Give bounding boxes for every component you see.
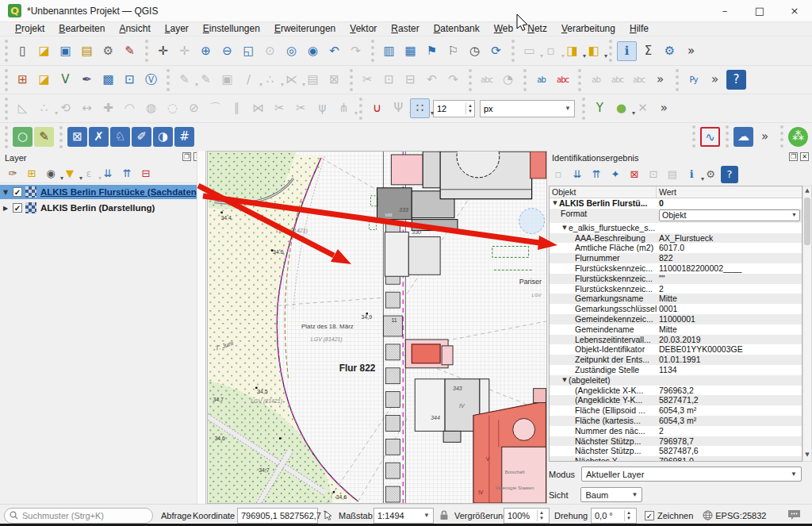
identify-row[interactable]: GemarkungsnameMitte — [550, 294, 802, 304]
avoid-overlap-icon[interactable]: ●▾ — [611, 98, 631, 118]
extents-toggle-icon[interactable] — [323, 510, 334, 521]
snapping-overflow-icon[interactable]: » — [654, 98, 674, 118]
ors-tools-icon[interactable]: ∿ — [700, 127, 720, 147]
add-mesh-layer-icon[interactable]: ▩ — [98, 70, 118, 90]
processing-toolbox-icon[interactable]: ⚙ — [660, 41, 680, 61]
scale-combobox[interactable]: 1:1494▼ — [373, 508, 434, 524]
crs-status[interactable]: EPSG:25832 — [703, 510, 766, 520]
style-manager-icon[interactable]: ✎ — [120, 41, 140, 61]
scrollbar-thumb[interactable] — [804, 198, 810, 245]
add-wms-layer-icon[interactable]: ⊡ — [120, 70, 140, 90]
show-bookmarks-icon[interactable]: ⚐ — [443, 41, 463, 61]
maximize-button[interactable]: □ — [742, 0, 777, 22]
identify-settings-icon[interactable]: ⚙ — [702, 166, 719, 183]
tolerance-mode-icon[interactable]: ∷▾ — [410, 98, 430, 118]
close-button[interactable]: × — [777, 0, 812, 22]
menu-vektor[interactable]: Vektor — [343, 22, 384, 36]
layer-expander-icon[interactable]: ▼ — [3, 189, 13, 196]
menu-projekt[interactable]: Projekt — [8, 22, 52, 36]
tree-expander-icon[interactable]: ▼ — [561, 223, 569, 233]
identify-row[interactable]: Amtliche Fläche (m2)6017.0 — [550, 243, 802, 253]
identify-row[interactable]: ▼ALKIS Berlin Flurstü...0 — [550, 198, 802, 209]
layout-manager-icon[interactable]: ⚙ — [98, 41, 118, 61]
identify-row[interactable]: Zuständige Stelle1134 — [550, 365, 802, 375]
plugin-layers-clear-icon[interactable]: ⊠ — [67, 127, 87, 147]
new-project-icon[interactable]: ▯ — [13, 41, 33, 61]
label-highlight-icon[interactable]: abc — [553, 70, 573, 90]
identify-row[interactable]: Flurstückskennzeic...2 — [550, 284, 802, 294]
layer-expander-icon[interactable]: ▶ — [3, 205, 13, 212]
identify-row[interactable]: Objekt-IdentifikatorDEBE01YYK00003GE — [550, 344, 802, 355]
plugin-overflow-icon[interactable]: » — [705, 70, 725, 90]
cloud-overflow-icon[interactable]: » — [755, 127, 775, 147]
open-project-icon[interactable]: ◪ — [34, 41, 54, 61]
menu-web[interactable]: Web — [487, 22, 520, 36]
unit-combobox[interactable]: px▼ — [480, 100, 575, 117]
identify-panel-float-button[interactable]: ❐ — [789, 152, 798, 161]
zoom-to-layer-icon[interactable]: ◎ — [282, 41, 301, 61]
deselect-all-icon[interactable]: ◨▾ — [562, 41, 582, 61]
magnifier-spinbox[interactable]: 100%▲▼ — [504, 508, 550, 524]
menu-raster[interactable]: Raster — [384, 22, 426, 36]
layer-panel-scrollbar[interactable] — [197, 151, 205, 504]
collapse-tree-icon[interactable]: ⇈ — [588, 166, 605, 183]
data-source-manager-icon[interactable]: ⊞ — [13, 70, 33, 90]
menu-layer[interactable]: Layer — [158, 22, 196, 36]
collapse-all-icon[interactable]: ⇈ — [118, 165, 136, 182]
identify-help-icon[interactable]: ? — [721, 166, 738, 183]
plugin-error-inspector-icon[interactable]: ✗ — [89, 127, 109, 147]
manage-map-themes-icon[interactable]: ◉▾ — [42, 165, 59, 182]
new-3d-map-view-icon[interactable]: ▦ — [400, 41, 420, 61]
new-map-view-icon[interactable]: ▥ — [379, 41, 399, 61]
remove-layer-icon[interactable]: ⊟ — [137, 165, 155, 182]
render-checkbox[interactable]: ✓ — [645, 511, 654, 520]
locator-search[interactable]: Suchmuster (Strg+K) — [4, 508, 153, 524]
identify-results-table[interactable]: Objekt Wert ▼ALKIS Berlin Flurstü...0For… — [549, 186, 802, 462]
layer-item-1[interactable]: ▶✓ALKIS Berlin (Darstellung) — [0, 201, 205, 215]
tree-expander-icon[interactable]: ▼ — [551, 198, 559, 209]
zoom-full-icon[interactable]: ◱ — [239, 41, 259, 61]
symbol-size-spinner[interactable]: 12▲▼ — [433, 100, 475, 117]
expand-new-results-icon[interactable]: ✦ — [607, 166, 624, 183]
open-layer-styling-icon[interactable]: ✑ — [4, 165, 21, 182]
statistics-icon[interactable]: Σ — [638, 41, 658, 61]
menu-erweiterungen[interactable]: Erweiterungen — [267, 22, 343, 36]
identify-row[interactable]: Fläche (kartesis...6054,3 m² — [550, 416, 802, 426]
toolbar-overflow-icon[interactable]: » — [681, 41, 701, 61]
identify-row[interactable]: Nächster Stützp...796978,7 — [550, 436, 802, 447]
identify-row[interactable]: Fläche (Ellipsoid ...6054,3 m² — [550, 405, 802, 416]
render-toggle[interactable]: ✓ Zeichnen — [645, 511, 693, 520]
identify-row[interactable]: AAA-BeschreibungAX_Flurstueck — [550, 233, 802, 244]
zoom-out-icon[interactable]: ⊖ — [217, 41, 237, 61]
identify-mode-icon[interactable]: ℹ▾ — [683, 166, 700, 183]
identify-table-scrollbar[interactable]: ▲ ▼ — [802, 186, 812, 462]
menu-hilfe[interactable]: Hilfe — [622, 22, 656, 36]
coordinate-input[interactable]: 796905,1 5827562,7 — [237, 508, 318, 524]
zoom-native-icon[interactable]: ◉ — [303, 41, 323, 61]
identify-row[interactable]: Flurstückskennzeic...11000182200002____ — [550, 263, 802, 274]
osm-place-search-icon[interactable]: ○ — [13, 127, 33, 147]
python-console-icon[interactable]: Py — [684, 70, 703, 90]
minimize-button[interactable]: – — [707, 0, 742, 22]
identify-row[interactable]: (Angeklickte X-K...796963,2 — [550, 386, 802, 396]
identify-row[interactable]: Flurstückskennzeic..."" — [550, 274, 802, 284]
menu-bearbeiten[interactable]: Bearbeiten — [52, 22, 112, 36]
zoom-in-icon[interactable]: ⊕ — [196, 41, 216, 61]
clear-results-icon[interactable]: ⊠ — [626, 166, 643, 183]
menu-ansicht[interactable]: Ansicht — [112, 22, 157, 36]
lock-scale-icon[interactable] — [439, 510, 449, 520]
scroll-up-icon[interactable]: ▲ — [803, 187, 811, 196]
qgis-cloud-icon[interactable]: ☁ — [733, 127, 753, 147]
temporal-controller-icon[interactable]: ◷ — [465, 41, 485, 61]
format-combobox[interactable]: Objekt▼ — [659, 209, 800, 221]
view-select[interactable]: Baum▼ — [580, 487, 642, 502]
identify-row[interactable]: Nächstes X796981,0 — [550, 456, 802, 462]
identify-row[interactable]: (Angeklickte Y-K...5827471,2 — [550, 395, 802, 405]
refresh-map-icon[interactable]: ⟳ — [486, 41, 506, 61]
mode-select[interactable]: Aktueller Layer▼ — [581, 466, 802, 482]
identify-row[interactable]: Zeitpunkt der Ents...01.01.1991 — [550, 355, 802, 365]
scroll-down-icon[interactable]: ▼ — [803, 451, 811, 460]
layer-panel-float-button[interactable]: ❐ — [182, 152, 191, 161]
new-geopackage-layer-icon[interactable]: ◪ — [34, 70, 54, 90]
quickmapservices-icon[interactable]: ✎ — [34, 127, 54, 147]
